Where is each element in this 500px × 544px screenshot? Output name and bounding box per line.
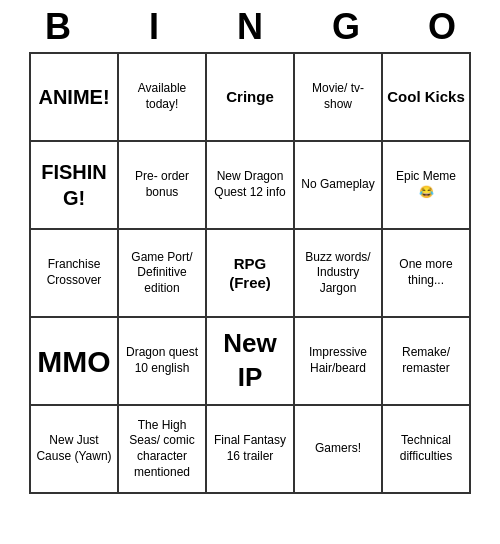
- bingo-title: BINGO: [10, 0, 490, 52]
- bingo-letter: B: [14, 6, 102, 48]
- bingo-letter: N: [206, 6, 294, 48]
- bingo-cell-21[interactable]: The High Seas/ comic character mentioned: [119, 406, 207, 494]
- bingo-cell-19[interactable]: Remake/ remaster: [383, 318, 471, 406]
- bingo-grid: ANIME!Available today!CringeMovie/ tv- s…: [29, 52, 471, 494]
- bingo-cell-10[interactable]: Franchise Crossover: [31, 230, 119, 318]
- bingo-cell-0[interactable]: ANIME!: [31, 54, 119, 142]
- bingo-cell-1[interactable]: Available today!: [119, 54, 207, 142]
- bingo-cell-14[interactable]: One more thing...: [383, 230, 471, 318]
- bingo-cell-2[interactable]: Cringe: [207, 54, 295, 142]
- bingo-cell-7[interactable]: New Dragon Quest 12 info: [207, 142, 295, 230]
- bingo-letter: I: [110, 6, 198, 48]
- bingo-cell-24[interactable]: Technical difficulties: [383, 406, 471, 494]
- bingo-cell-20[interactable]: New Just Cause (Yawn): [31, 406, 119, 494]
- bingo-cell-4[interactable]: Cool Kicks: [383, 54, 471, 142]
- bingo-letter: G: [302, 6, 390, 48]
- bingo-cell-15[interactable]: MMO: [31, 318, 119, 406]
- bingo-cell-12[interactable]: RPG (Free): [207, 230, 295, 318]
- bingo-cell-23[interactable]: Gamers!: [295, 406, 383, 494]
- bingo-cell-13[interactable]: Buzz words/ Industry Jargon: [295, 230, 383, 318]
- bingo-cell-6[interactable]: Pre- order bonus: [119, 142, 207, 230]
- bingo-cell-11[interactable]: Game Port/ Definitive edition: [119, 230, 207, 318]
- bingo-letter: O: [398, 6, 486, 48]
- bingo-cell-8[interactable]: No Gameplay: [295, 142, 383, 230]
- bingo-cell-3[interactable]: Movie/ tv- show: [295, 54, 383, 142]
- bingo-cell-22[interactable]: Final Fantasy 16 trailer: [207, 406, 295, 494]
- bingo-cell-9[interactable]: Epic Meme 😂: [383, 142, 471, 230]
- bingo-cell-18[interactable]: Impressive Hair/beard: [295, 318, 383, 406]
- bingo-cell-5[interactable]: FISHING!: [31, 142, 119, 230]
- bingo-cell-16[interactable]: Dragon quest 10 english: [119, 318, 207, 406]
- bingo-cell-17[interactable]: New IP: [207, 318, 295, 406]
